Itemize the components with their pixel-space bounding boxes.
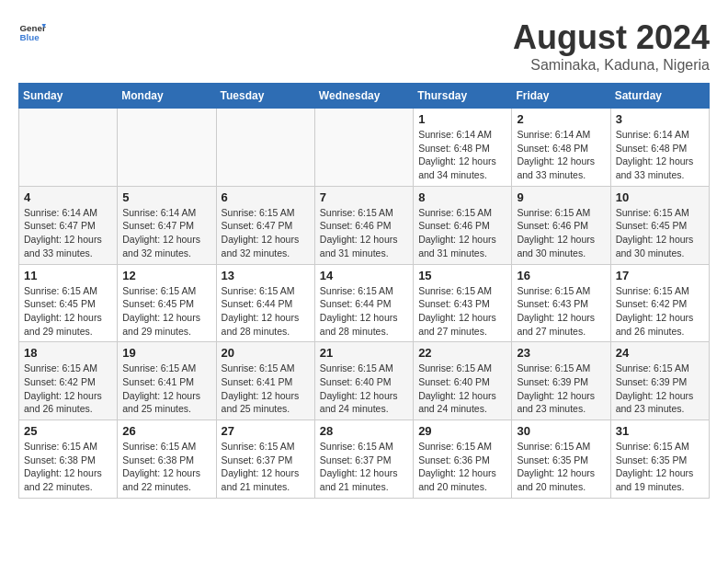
calendar-cell: 20Sunrise: 6:15 AM Sunset: 6:41 PM Dayli… bbox=[216, 342, 314, 420]
calendar-cell: 30Sunrise: 6:15 AM Sunset: 6:35 PM Dayli… bbox=[512, 420, 610, 499]
day-number: 31 bbox=[616, 424, 704, 438]
calendar-cell: 9Sunrise: 6:15 AM Sunset: 6:46 PM Daylig… bbox=[512, 186, 610, 264]
title-area: August 2024 Saminaka, Kaduna, Nigeria bbox=[513, 18, 710, 74]
day-detail: Sunrise: 6:15 AM Sunset: 6:44 PM Dayligh… bbox=[320, 284, 408, 339]
calendar-week-1: 1Sunrise: 6:14 AM Sunset: 6:48 PM Daylig… bbox=[19, 109, 710, 187]
calendar-cell: 24Sunrise: 6:15 AM Sunset: 6:39 PM Dayli… bbox=[610, 342, 709, 420]
day-detail: Sunrise: 6:15 AM Sunset: 6:38 PM Dayligh… bbox=[122, 440, 210, 494]
calendar-cell: 6Sunrise: 6:15 AM Sunset: 6:47 PM Daylig… bbox=[216, 186, 314, 264]
day-detail: Sunrise: 6:15 AM Sunset: 6:41 PM Dayligh… bbox=[122, 362, 210, 416]
weekday-header-saturday: Saturday bbox=[610, 84, 709, 109]
calendar-cell: 10Sunrise: 6:15 AM Sunset: 6:45 PM Dayli… bbox=[610, 186, 709, 264]
day-detail: Sunrise: 6:15 AM Sunset: 6:39 PM Dayligh… bbox=[517, 362, 605, 416]
day-number: 5 bbox=[122, 190, 210, 204]
calendar-cell: 14Sunrise: 6:15 AM Sunset: 6:44 PM Dayli… bbox=[314, 264, 413, 342]
day-detail: Sunrise: 6:15 AM Sunset: 6:40 PM Dayligh… bbox=[320, 362, 408, 416]
day-number: 13 bbox=[222, 269, 310, 282]
calendar-cell: 27Sunrise: 6:15 AM Sunset: 6:37 PM Dayli… bbox=[216, 420, 314, 499]
calendar-table: SundayMondayTuesdayWednesdayThursdayFrid… bbox=[18, 83, 710, 499]
day-detail: Sunrise: 6:14 AM Sunset: 6:48 PM Dayligh… bbox=[517, 128, 605, 182]
calendar-cell: 31Sunrise: 6:15 AM Sunset: 6:35 PM Dayli… bbox=[610, 420, 709, 499]
calendar-cell: 12Sunrise: 6:15 AM Sunset: 6:45 PM Dayli… bbox=[118, 264, 216, 342]
header: General Blue August 2024 Saminaka, Kadun… bbox=[18, 18, 710, 74]
day-number: 19 bbox=[122, 346, 210, 360]
day-detail: Sunrise: 6:15 AM Sunset: 6:46 PM Dayligh… bbox=[320, 206, 408, 260]
day-detail: Sunrise: 6:15 AM Sunset: 6:35 PM Dayligh… bbox=[616, 440, 704, 494]
day-detail: Sunrise: 6:15 AM Sunset: 6:46 PM Dayligh… bbox=[418, 206, 506, 260]
calendar-body: 1Sunrise: 6:14 AM Sunset: 6:48 PM Daylig… bbox=[19, 109, 710, 499]
calendar-cell: 1Sunrise: 6:14 AM Sunset: 6:48 PM Daylig… bbox=[414, 109, 512, 187]
day-detail: Sunrise: 6:15 AM Sunset: 6:43 PM Dayligh… bbox=[517, 284, 605, 339]
day-number: 18 bbox=[24, 346, 112, 360]
calendar-cell: 29Sunrise: 6:15 AM Sunset: 6:36 PM Dayli… bbox=[414, 420, 512, 499]
calendar-week-2: 4Sunrise: 6:14 AM Sunset: 6:47 PM Daylig… bbox=[19, 186, 710, 264]
calendar-cell: 18Sunrise: 6:15 AM Sunset: 6:42 PM Dayli… bbox=[19, 342, 118, 420]
calendar-cell: 2Sunrise: 6:14 AM Sunset: 6:48 PM Daylig… bbox=[512, 109, 610, 187]
weekday-header-friday: Friday bbox=[512, 84, 610, 109]
day-detail: Sunrise: 6:15 AM Sunset: 6:40 PM Dayligh… bbox=[418, 362, 506, 416]
calendar-cell: 13Sunrise: 6:15 AM Sunset: 6:44 PM Dayli… bbox=[216, 264, 314, 342]
calendar-cell: 23Sunrise: 6:15 AM Sunset: 6:39 PM Dayli… bbox=[512, 342, 610, 420]
day-number: 20 bbox=[222, 346, 310, 360]
calendar-cell: 7Sunrise: 6:15 AM Sunset: 6:46 PM Daylig… bbox=[314, 186, 413, 264]
calendar-cell: 28Sunrise: 6:15 AM Sunset: 6:37 PM Dayli… bbox=[314, 420, 413, 499]
day-detail: Sunrise: 6:15 AM Sunset: 6:37 PM Dayligh… bbox=[320, 440, 408, 494]
day-number: 17 bbox=[616, 269, 704, 282]
calendar-cell: 19Sunrise: 6:15 AM Sunset: 6:41 PM Dayli… bbox=[118, 342, 216, 420]
calendar-cell: 22Sunrise: 6:15 AM Sunset: 6:40 PM Dayli… bbox=[414, 342, 512, 420]
day-number: 28 bbox=[320, 424, 408, 438]
day-number: 7 bbox=[320, 190, 408, 204]
day-detail: Sunrise: 6:14 AM Sunset: 6:47 PM Dayligh… bbox=[122, 206, 210, 260]
logo-icon: General Blue bbox=[18, 18, 46, 46]
day-number: 29 bbox=[418, 424, 506, 438]
calendar-week-3: 11Sunrise: 6:15 AM Sunset: 6:45 PM Dayli… bbox=[19, 264, 710, 342]
day-number: 21 bbox=[320, 346, 408, 360]
calendar-cell bbox=[314, 109, 413, 187]
day-number: 15 bbox=[418, 269, 506, 282]
calendar-header-row: SundayMondayTuesdayWednesdayThursdayFrid… bbox=[19, 84, 710, 109]
weekday-header-tuesday: Tuesday bbox=[216, 84, 314, 109]
weekday-header-sunday: Sunday bbox=[19, 84, 118, 109]
day-detail: Sunrise: 6:15 AM Sunset: 6:42 PM Dayligh… bbox=[616, 284, 704, 339]
calendar-cell: 11Sunrise: 6:15 AM Sunset: 6:45 PM Dayli… bbox=[19, 264, 118, 342]
day-detail: Sunrise: 6:14 AM Sunset: 6:48 PM Dayligh… bbox=[418, 128, 506, 182]
calendar-cell: 3Sunrise: 6:14 AM Sunset: 6:48 PM Daylig… bbox=[610, 109, 709, 187]
day-number: 8 bbox=[418, 190, 506, 204]
day-detail: Sunrise: 6:14 AM Sunset: 6:48 PM Dayligh… bbox=[616, 128, 704, 182]
day-number: 26 bbox=[122, 424, 210, 438]
day-number: 25 bbox=[24, 424, 112, 438]
day-number: 11 bbox=[24, 269, 112, 282]
day-detail: Sunrise: 6:15 AM Sunset: 6:35 PM Dayligh… bbox=[517, 440, 605, 494]
weekday-header-wednesday: Wednesday bbox=[314, 84, 413, 109]
calendar-cell: 5Sunrise: 6:14 AM Sunset: 6:47 PM Daylig… bbox=[118, 186, 216, 264]
calendar-cell bbox=[216, 109, 314, 187]
day-number: 4 bbox=[24, 190, 112, 204]
day-number: 23 bbox=[517, 346, 605, 360]
calendar-cell bbox=[19, 109, 118, 187]
svg-text:Blue: Blue bbox=[20, 32, 40, 42]
day-detail: Sunrise: 6:15 AM Sunset: 6:44 PM Dayligh… bbox=[222, 284, 310, 339]
day-number: 16 bbox=[517, 269, 605, 282]
calendar-week-4: 18Sunrise: 6:15 AM Sunset: 6:42 PM Dayli… bbox=[19, 342, 710, 420]
day-number: 9 bbox=[517, 190, 605, 204]
day-number: 6 bbox=[222, 190, 310, 204]
calendar-cell: 25Sunrise: 6:15 AM Sunset: 6:38 PM Dayli… bbox=[19, 420, 118, 499]
calendar-cell: 16Sunrise: 6:15 AM Sunset: 6:43 PM Dayli… bbox=[512, 264, 610, 342]
day-detail: Sunrise: 6:15 AM Sunset: 6:45 PM Dayligh… bbox=[122, 284, 210, 339]
day-detail: Sunrise: 6:15 AM Sunset: 6:45 PM Dayligh… bbox=[24, 284, 112, 339]
page-title: August 2024 bbox=[513, 18, 710, 57]
day-detail: Sunrise: 6:15 AM Sunset: 6:39 PM Dayligh… bbox=[616, 362, 704, 416]
day-detail: Sunrise: 6:15 AM Sunset: 6:38 PM Dayligh… bbox=[24, 440, 112, 494]
day-number: 3 bbox=[616, 112, 704, 126]
day-detail: Sunrise: 6:15 AM Sunset: 6:43 PM Dayligh… bbox=[418, 284, 506, 339]
logo: General Blue bbox=[18, 18, 46, 46]
day-detail: Sunrise: 6:15 AM Sunset: 6:47 PM Dayligh… bbox=[222, 206, 310, 260]
calendar-week-5: 25Sunrise: 6:15 AM Sunset: 6:38 PM Dayli… bbox=[19, 420, 710, 499]
day-number: 10 bbox=[616, 190, 704, 204]
calendar-cell: 17Sunrise: 6:15 AM Sunset: 6:42 PM Dayli… bbox=[610, 264, 709, 342]
day-number: 22 bbox=[418, 346, 506, 360]
day-number: 12 bbox=[122, 269, 210, 282]
calendar-cell bbox=[118, 109, 216, 187]
weekday-header-thursday: Thursday bbox=[414, 84, 512, 109]
day-number: 14 bbox=[320, 269, 408, 282]
